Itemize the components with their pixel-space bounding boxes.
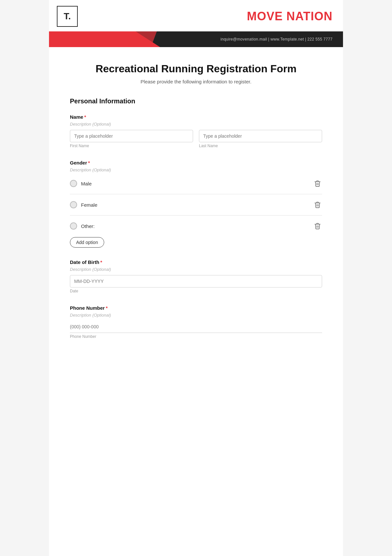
radio-label-female: Female — [81, 202, 97, 208]
first-name-sublabel: First Name — [70, 144, 193, 148]
page-wrapper: T. MOVE NATION inquire@movenation.mail |… — [49, 0, 343, 556]
phone-input[interactable] — [70, 321, 322, 333]
name-field-row: First Name Last Name — [70, 130, 322, 148]
gender-radio-group: Male — [70, 176, 322, 234]
phone-field-group: Phone Number * Description (Optional) Ph… — [70, 305, 322, 339]
radio-label-other: Other: — [81, 223, 95, 229]
name-label: Name * — [70, 114, 322, 120]
radio-circle-female[interactable] — [70, 201, 77, 208]
radio-left-female: Female — [70, 201, 97, 208]
header: T. MOVE NATION — [49, 0, 343, 31]
personal-section-title: Personal Information — [70, 97, 322, 105]
dob-label: Date of Birth * — [70, 259, 322, 265]
divider-male-female — [70, 194, 322, 194]
phone-required-star: * — [106, 305, 108, 311]
first-name-wrap: First Name — [70, 130, 193, 148]
main-content: Recreational Running Registration Form P… — [49, 47, 343, 370]
delete-icon-other[interactable] — [313, 221, 322, 231]
last-name-wrap: Last Name — [199, 130, 322, 148]
logo-text: T. — [64, 11, 71, 22]
phone-description: Description (Optional) — [70, 313, 322, 318]
gender-label: Gender * — [70, 160, 322, 165]
radio-left-other: Other: — [70, 222, 95, 230]
last-name-input[interactable] — [199, 130, 322, 142]
name-description: Description (Optional) — [70, 122, 322, 127]
radio-option-other: Other: — [70, 218, 322, 234]
radio-circle-male[interactable] — [70, 180, 77, 187]
contact-info: inquire@movenation.mail | www.Template.n… — [220, 37, 333, 42]
delete-icon-female[interactable] — [313, 200, 322, 209]
brand-name: MOVE NATION — [247, 9, 333, 23]
radio-label-male: Male — [81, 181, 92, 186]
name-required-star: * — [84, 114, 86, 120]
radio-option-male: Male — [70, 176, 322, 191]
dob-sublabel: Date — [70, 289, 322, 293]
dob-description: Description (Optional) — [70, 267, 322, 272]
dob-field-group: Date of Birth * Description (Optional) D… — [70, 259, 322, 293]
gender-required-star: * — [88, 160, 90, 165]
radio-circle-other[interactable] — [70, 222, 77, 230]
form-subtitle: Please provide the following information… — [70, 79, 322, 84]
name-field-group: Name * Description (Optional) First Name… — [70, 114, 322, 148]
dob-input[interactable] — [70, 275, 322, 287]
logo-box: T. — [57, 6, 78, 27]
divider-female-other — [70, 215, 322, 216]
phone-label: Phone Number * — [70, 305, 322, 311]
radio-left-male: Male — [70, 180, 92, 187]
dob-required-star: * — [100, 259, 102, 265]
gender-description: Description (Optional) — [70, 167, 322, 172]
phone-sublabel: Phone Number — [70, 334, 322, 339]
first-name-input[interactable] — [70, 130, 193, 142]
form-title: Recreational Running Registration Form — [70, 63, 322, 75]
banner-strip: inquire@movenation.mail | www.Template.n… — [49, 31, 343, 47]
last-name-sublabel: Last Name — [199, 144, 322, 148]
gender-field-group: Gender * Description (Optional) Male — [70, 160, 322, 248]
add-option-button[interactable]: Add option — [70, 237, 104, 248]
delete-icon-male[interactable] — [313, 179, 322, 188]
radio-option-female: Female — [70, 197, 322, 213]
